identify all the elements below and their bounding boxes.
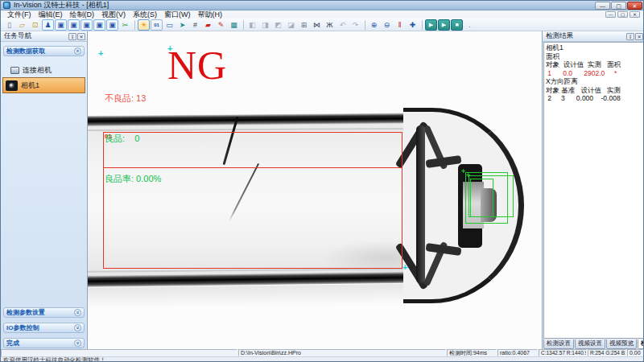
- nav-panel-title: 任务导航: [4, 31, 31, 41]
- nav-panel-header: 任务导航 ↧ ✕: [1, 31, 87, 42]
- connect-camera-label: 连接相机: [23, 65, 52, 76]
- pointer-icon[interactable]: ➤: [176, 19, 188, 31]
- window-layout-icon[interactable]: ⊞: [298, 19, 310, 31]
- result-line: 面积: [546, 52, 642, 61]
- pin-icon[interactable]: ↧: [626, 33, 634, 40]
- results-tab-bar: 检测设置 视频设置 视频预览 检测结果: [543, 339, 644, 349]
- status-field: ratio:0.4067: [497, 349, 538, 356]
- status-field: D:\In-Vision\Bin\zz.HPro: [238, 349, 446, 356]
- roi-tool-3-icon[interactable]: ▣: [80, 19, 93, 31]
- monitor-icon[interactable]: ▭: [163, 19, 175, 31]
- nav-section-bar[interactable]: 检测数据获取 «: [3, 46, 85, 56]
- status-field: 0.00: [627, 349, 643, 356]
- stats-line: 不良品: 13: [105, 93, 161, 104]
- stop-button[interactable]: ■: [451, 19, 463, 31]
- monitor-icon: [10, 67, 19, 74]
- new-file-icon[interactable]: ▯: [3, 19, 15, 31]
- eraser-icon[interactable]: ▰: [202, 19, 214, 31]
- roi-tool-2-icon[interactable]: ▣: [68, 19, 80, 31]
- zoom-in-icon[interactable]: ⊕: [368, 19, 380, 31]
- cross-marker-icon: +: [461, 167, 465, 175]
- separator: [243, 20, 244, 30]
- results-tab[interactable]: 检测结果: [638, 339, 644, 349]
- roi-tool-5-icon[interactable]: ▣: [106, 19, 118, 31]
- results-tab[interactable]: 检测设置: [543, 339, 574, 349]
- nav-item-camera1[interactable]: 相机1: [2, 77, 85, 93]
- separator: [422, 20, 423, 30]
- cut-icon[interactable]: ✂: [119, 19, 131, 31]
- results-panel-title: 检测结果: [546, 31, 573, 41]
- redo-icon[interactable]: ↷: [349, 19, 361, 31]
- roi-tool-1-icon[interactable]: ▣: [55, 19, 67, 31]
- flag-4-icon[interactable]: ◪: [285, 19, 297, 31]
- run-button[interactable]: ▶: [438, 19, 450, 31]
- flag-3-icon[interactable]: ◩: [272, 19, 284, 31]
- close-button[interactable]: ✕: [627, 2, 642, 10]
- app-logo-icon: [3, 2, 10, 9]
- zoom-out-icon[interactable]: ⊖: [381, 19, 393, 31]
- move-icon[interactable]: ✚: [407, 19, 419, 31]
- status-bar-fields: D:\In-Vision\Bin\zz.HPro 检测时间:94ms ratio…: [1, 349, 644, 356]
- child-close-button[interactable]: ✕: [630, 11, 640, 18]
- status-field: [1, 349, 237, 356]
- status-field: R:254 G:254 B:254: [588, 349, 626, 356]
- application-window: In-Vision 汉特士科技 - [相机1] — ▢ ✕ 文件(F) 编辑(E…: [0, 0, 644, 362]
- cross-marker-icon: +: [98, 48, 103, 58]
- nav-item-connect-camera[interactable]: 连接相机: [10, 65, 52, 76]
- detection-rect-3: [470, 179, 493, 217]
- child-window-controls: — ▢ ✕: [605, 11, 640, 18]
- chevron-icon[interactable]: «: [74, 47, 81, 55]
- result-line: 1 0.0 2902.0 *: [546, 69, 642, 78]
- cross-marker-icon: +: [402, 262, 407, 272]
- child-minimize-button[interactable]: —: [605, 11, 616, 18]
- chevron-icon[interactable]: «: [74, 309, 81, 316]
- task-navigation-panel: 任务导航 ↧ ✕ 检测数据获取 « 检测参数设置 « IO参数控制: [1, 31, 88, 349]
- restore-button[interactable]: ▢: [611, 2, 626, 10]
- close-icon[interactable]: ✕: [635, 33, 643, 40]
- chevron-icon[interactable]: «: [74, 324, 81, 331]
- window-controls: — ▢ ✕: [595, 2, 642, 10]
- result-line: 相机1: [546, 43, 642, 52]
- undo-icon[interactable]: ↶: [336, 19, 349, 31]
- pencil-icon[interactable]: ✎: [215, 19, 227, 31]
- stats-line: 良品率: 0.00%: [105, 174, 161, 184]
- display-01-icon[interactable]: 01: [151, 19, 163, 31]
- results-tab[interactable]: 视频设置: [575, 339, 605, 349]
- close-icon[interactable]: ✕: [77, 33, 85, 40]
- camera-icon: [6, 80, 18, 91]
- flag-1-icon[interactable]: ◧: [246, 19, 258, 31]
- open-project-icon[interactable]: ⊡: [29, 19, 41, 31]
- chevron-icon[interactable]: «: [74, 339, 81, 347]
- results-text-area: 相机1 面积 对象 设计值 实测 面积 1 0.0 2902.0 * X方向距离…: [543, 42, 644, 339]
- menu-bar: 文件(F) 编辑(E) 绘制(D) 视图(V) 系统(S) 窗口(W) 帮助(H…: [1, 10, 644, 19]
- camera1-label: 相机1: [21, 80, 39, 91]
- measure-icon[interactable]: ‖: [394, 19, 406, 31]
- nav-section-label: 检测参数设置: [6, 308, 45, 317]
- light-bulb-icon[interactable]: ☀: [138, 19, 150, 31]
- nav-section-bar[interactable]: IO参数控制 «: [3, 323, 85, 333]
- child-restore-button[interactable]: ▢: [617, 11, 628, 18]
- result-line: 对象 设计值 实测 面积: [546, 60, 642, 69]
- fit-horizontal-icon[interactable]: ⋈: [311, 19, 323, 31]
- fit-vertical-icon[interactable]: Ж: [324, 19, 336, 31]
- nav-section-bar[interactable]: 检测参数设置 «: [3, 307, 85, 318]
- cap-flange-band: [416, 125, 425, 283]
- result-line: 对象 基准 设计值 实测: [546, 86, 642, 95]
- step-run-button[interactable]: ▶: [425, 19, 437, 31]
- image-icon[interactable]: ▦: [228, 19, 240, 31]
- roi-tool-4-icon[interactable]: ▣: [93, 19, 105, 31]
- toolbar-overflow[interactable]: .: [464, 19, 476, 31]
- open-folder-icon[interactable]: ▱: [16, 19, 28, 31]
- separator: [365, 20, 365, 30]
- camera-image-viewport[interactable]: 01 + + + + + 不良品: 13 良品: 0 良品率: 0.0: [88, 31, 542, 349]
- minimize-button[interactable]: —: [595, 2, 610, 10]
- pin-icon[interactable]: ↧: [68, 33, 76, 40]
- results-tab[interactable]: 视频预览: [606, 339, 637, 349]
- flag-2-icon[interactable]: ◨: [259, 19, 271, 31]
- nav-section-label: 检测数据获取: [6, 47, 45, 56]
- grid-icon[interactable]: #: [189, 19, 201, 31]
- cross-marker-icon: +: [466, 171, 470, 179]
- nav-section-bar[interactable]: 完成 «: [3, 338, 85, 348]
- ng-result-label: NG: [167, 45, 227, 85]
- camera-capture-icon[interactable]: ♟: [42, 19, 54, 31]
